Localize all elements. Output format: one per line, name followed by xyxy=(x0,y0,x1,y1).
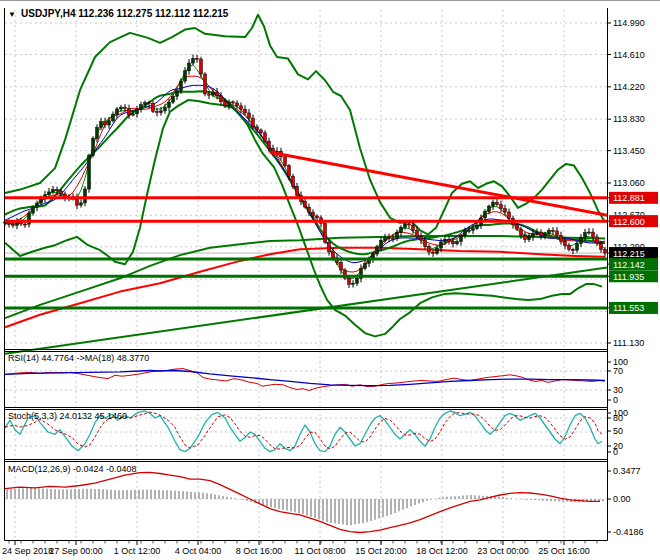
candle-bullish xyxy=(52,189,55,191)
price-badge-label: 112.142 xyxy=(613,260,645,270)
candle-bearish xyxy=(324,223,327,242)
candle-bearish xyxy=(504,209,507,212)
candle-bearish xyxy=(260,130,263,133)
candle-bearish xyxy=(452,241,455,243)
price-axis-label: 114.990 xyxy=(613,18,645,28)
time-axis-label: 1 Oct 12:00 xyxy=(114,546,161,556)
candle-bearish xyxy=(500,205,503,209)
candle-bearish xyxy=(264,133,267,141)
price-badge-label: 111.935 xyxy=(613,272,644,282)
candle-bullish xyxy=(120,107,123,109)
candle-bullish xyxy=(168,102,171,107)
candle-bullish xyxy=(536,232,539,234)
candle-bullish xyxy=(580,237,583,243)
candle-bullish xyxy=(356,278,359,283)
candle-bearish xyxy=(516,225,519,229)
candle-bearish xyxy=(104,122,107,125)
candle-bearish xyxy=(152,104,155,112)
candle-bullish xyxy=(436,248,439,253)
candle-bullish xyxy=(472,229,475,231)
price-axis-label: 113.450 xyxy=(613,146,645,156)
candle-bullish xyxy=(576,244,579,251)
candle-bearish xyxy=(348,278,351,284)
candle-bullish xyxy=(544,234,547,236)
rsi-ma-line xyxy=(5,371,605,386)
macd-indicator-label: MACD(12,26,9) -0.0424 -0.0408 xyxy=(8,464,137,474)
candle-bearish xyxy=(560,236,563,242)
candle-bearish xyxy=(292,176,295,186)
candle-bearish xyxy=(248,113,251,118)
candle-bullish xyxy=(136,110,139,114)
trading-chart-window: 114.990114.610114.220113.830113.450113.0… xyxy=(0,0,660,560)
candle-bullish xyxy=(40,199,43,203)
candle-bullish xyxy=(184,71,187,81)
candle-bullish xyxy=(100,122,103,128)
candle-bullish xyxy=(192,58,195,63)
candle-bearish xyxy=(600,243,603,249)
candle-bearish xyxy=(312,212,315,216)
price-badge-label: 112.600 xyxy=(613,217,645,227)
candle-bullish xyxy=(176,91,179,97)
candle-bearish xyxy=(232,102,235,103)
candle-bullish xyxy=(464,230,467,235)
candle-bearish xyxy=(412,225,415,230)
candle-bearish xyxy=(60,191,63,194)
candle-bearish xyxy=(128,108,131,115)
candle-bearish xyxy=(256,127,259,130)
price-badge-label: 111.553 xyxy=(613,303,644,313)
candle-bullish xyxy=(80,203,83,205)
candle-bullish xyxy=(532,234,535,237)
symbol-dropdown-arrow[interactable]: ▼ xyxy=(8,10,16,19)
candle-bullish xyxy=(488,206,491,212)
candle-bearish xyxy=(432,252,435,253)
candle-bullish xyxy=(476,225,479,228)
candle-bullish xyxy=(228,102,231,106)
candle-bearish xyxy=(572,249,575,250)
trendline xyxy=(5,268,607,354)
candle-bullish xyxy=(492,202,495,206)
time-axis-label: 15 Oct 20:00 xyxy=(355,546,407,556)
candle-bullish xyxy=(584,233,587,238)
candle-bearish xyxy=(216,92,219,96)
candle-bullish xyxy=(132,114,135,115)
candle-bullish xyxy=(92,138,95,155)
candle-bearish xyxy=(240,106,243,109)
candle-bearish xyxy=(24,224,27,225)
chart-title-ohlc: USDJPY,H4 112.236 112.275 112.112 112.21… xyxy=(21,8,229,19)
candle-bearish xyxy=(288,166,291,177)
time-axis-label: 25 Oct 16:00 xyxy=(538,546,590,556)
candle-bearish xyxy=(340,262,343,270)
candle-bearish xyxy=(220,96,223,102)
indicator-axis-label: 0.3477 xyxy=(613,466,641,476)
indicator-axis-label: 0.00 xyxy=(613,494,631,504)
candle-bearish xyxy=(124,107,127,108)
candle-bullish xyxy=(84,189,87,203)
candle-bearish xyxy=(148,103,151,104)
candle-bearish xyxy=(284,157,287,166)
candle-bearish xyxy=(428,246,431,252)
candle-bearish xyxy=(268,141,271,148)
indicator-axis-label: 30 xyxy=(613,385,623,395)
candle-bullish xyxy=(32,207,35,213)
candle-bullish xyxy=(460,236,463,242)
candle-bearish xyxy=(568,246,571,250)
candle-bearish xyxy=(304,201,307,207)
candle-bearish xyxy=(252,118,255,127)
indicator-axis-label: 80 xyxy=(613,413,623,423)
candle-bullish xyxy=(484,212,487,218)
candle-bullish xyxy=(548,230,551,233)
candle-bullish xyxy=(588,232,591,233)
indicator-axis-label: 0 xyxy=(613,447,618,457)
candle-bullish xyxy=(164,108,167,111)
candle-bullish xyxy=(180,81,183,91)
bollinger-middle-band xyxy=(5,91,605,254)
time-axis-label: 27 Sep 00:00 xyxy=(49,546,103,556)
candle-bullish xyxy=(456,242,459,244)
candle-bullish xyxy=(400,227,403,232)
candle-bearish xyxy=(592,232,595,237)
candle-bullish xyxy=(108,121,111,125)
candle-bullish xyxy=(384,238,387,241)
candle-bearish xyxy=(236,103,239,106)
candle-bullish xyxy=(144,103,147,105)
candle-bullish xyxy=(112,114,115,120)
